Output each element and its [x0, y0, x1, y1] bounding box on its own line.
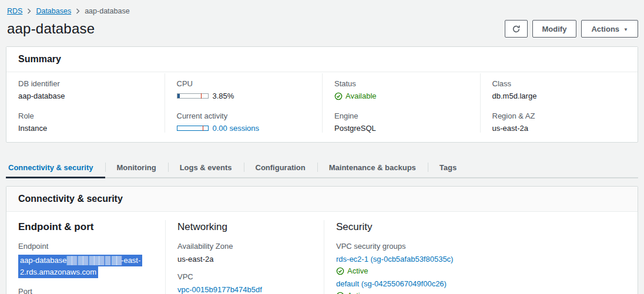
- role-value: Instance: [18, 124, 153, 133]
- actions-button[interactable]: Actions ▼: [581, 20, 638, 38]
- endpoint-text: -east-: [121, 256, 140, 265]
- summary-column-2: CPU 3.85% Current activity 0.00 sessions: [165, 73, 323, 133]
- vpc-link[interactable]: vpc-0015b9177b474b5df: [177, 285, 312, 294]
- endpoint-redacted-text: ██ ██ ███ █ ██: [67, 256, 122, 265]
- breadcrumb-chevron-icon: [76, 8, 80, 14]
- db-identifier-value: aap-database: [18, 92, 153, 100]
- endpoint-port-heading: Endpoint & port: [18, 221, 153, 233]
- class-label: Class: [492, 79, 626, 88]
- security-group-item: rds-ec2-1 (sg-0cb5afab53f80535c) Active: [336, 255, 626, 275]
- breadcrumb-databases-link[interactable]: Databases: [36, 7, 71, 15]
- current-activity-link[interactable]: 0.00 sessions: [213, 124, 260, 133]
- region-az-value: us-east-2a: [492, 124, 626, 133]
- tab-tags[interactable]: Tags: [428, 160, 468, 177]
- security-group-item: default (sg-04255067049f00c26) Active: [336, 279, 626, 294]
- availability-zone-value: us-east-2a: [177, 255, 312, 263]
- tab-configuration[interactable]: Configuration: [244, 160, 317, 177]
- networking-column: Networking Availability Zone us-east-2a …: [165, 220, 324, 294]
- page-title: aap-database: [7, 21, 95, 37]
- summary-column-4: Class db.m5d.large Region & AZ us-east-2…: [480, 73, 638, 133]
- class-value: db.m5d.large: [492, 92, 626, 100]
- networking-heading: Networking: [177, 221, 312, 233]
- check-circle-icon: [334, 92, 343, 100]
- actions-button-label: Actions: [591, 25, 619, 33]
- tab-monitoring[interactable]: Monitoring: [105, 160, 168, 177]
- endpoint-text: aap-database: [20, 256, 67, 265]
- security-group-link[interactable]: default (sg-04255067049f00c26): [336, 279, 626, 288]
- endpoint-port-column: Endpoint & port Endpoint aap-database██ …: [6, 220, 165, 294]
- connectivity-panel-title: Connectivity & security: [6, 187, 638, 212]
- port-label: Port: [18, 287, 153, 294]
- modify-button-label: Modify: [542, 25, 567, 33]
- tab-logs-events[interactable]: Logs & events: [168, 160, 244, 177]
- refresh-button[interactable]: [505, 20, 528, 38]
- security-group-status: Active: [347, 266, 368, 275]
- engine-label: Engine: [334, 111, 468, 120]
- status-value: Available: [346, 92, 377, 100]
- breadcrumb-current: aap-database: [85, 7, 129, 15]
- endpoint-text: 2.rds.amazonaws.com: [18, 266, 98, 278]
- security-group-status: Active: [347, 291, 368, 294]
- top-bar: RDS Databases aap-database aap-database …: [0, 0, 644, 38]
- check-circle-icon: [336, 292, 344, 294]
- activity-meter: [177, 126, 209, 131]
- endpoint-label: Endpoint: [18, 242, 153, 251]
- region-az-label: Region & AZ: [492, 111, 626, 120]
- availability-zone-label: Availability Zone: [177, 242, 312, 251]
- refresh-icon: [512, 25, 521, 33]
- tab-connectivity-security[interactable]: Connectivity & security: [6, 160, 105, 177]
- security-column: Security VPC security groups rds-ec2-1 (…: [324, 220, 638, 294]
- vpc-label: VPC: [177, 272, 312, 281]
- endpoint-value[interactable]: aap-database██ ██ ███ █ ██-east- 2.rds.a…: [18, 255, 153, 278]
- modify-button[interactable]: Modify: [532, 20, 577, 38]
- summary-panel: Summary DB identifier aap-database Role …: [6, 46, 638, 143]
- security-heading: Security: [336, 221, 626, 233]
- summary-panel-title: Summary: [6, 47, 638, 72]
- vpc-security-groups-label: VPC security groups: [336, 242, 626, 251]
- connectivity-panel: Connectivity & security Endpoint & port …: [6, 186, 638, 294]
- check-circle-icon: [336, 267, 344, 275]
- breadcrumb-rds-link[interactable]: RDS: [7, 7, 22, 15]
- chevron-down-icon: ▼: [623, 27, 628, 32]
- status-label: Status: [334, 79, 468, 88]
- detail-tabs: Connectivity & security Monitoring Logs …: [6, 160, 638, 178]
- summary-column-3: Status Available Engine PostgreSQL: [322, 73, 480, 133]
- cpu-value: 3.85%: [213, 92, 234, 100]
- header-actions: Modify Actions ▼: [505, 20, 638, 38]
- security-group-link[interactable]: rds-ec2-1 (sg-0cb5afab53f80535c): [336, 255, 453, 263]
- current-activity-label: Current activity: [177, 111, 311, 120]
- db-identifier-label: DB identifier: [18, 79, 153, 88]
- tab-maintenance-backups[interactable]: Maintenance & backups: [317, 160, 428, 177]
- engine-value: PostgreSQL: [334, 124, 468, 133]
- breadcrumb: RDS Databases aap-database: [7, 7, 638, 15]
- role-label: Role: [18, 111, 153, 120]
- breadcrumb-chevron-icon: [27, 8, 31, 14]
- summary-column-1: DB identifier aap-database Role Instance: [6, 73, 165, 133]
- cpu-label: CPU: [177, 79, 311, 88]
- cpu-meter: [177, 93, 209, 99]
